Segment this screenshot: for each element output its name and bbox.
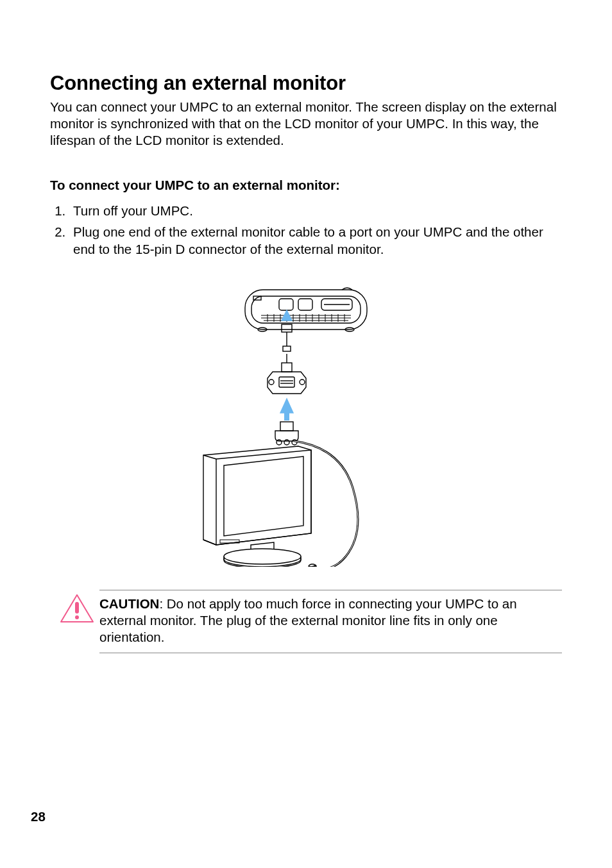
svg-rect-29 [279,377,294,387]
svg-point-39 [276,440,282,445]
caution-block: CAUTION: Do not apply too much force in … [99,590,562,653]
svg-rect-38 [280,422,293,431]
svg-rect-49 [75,602,79,613]
steps-list: Turn off your UMPC. Plug one end of the … [50,202,562,258]
page-number: 28 [31,809,46,824]
connection-diagram [184,285,428,567]
svg-rect-27 [283,346,291,351]
intro-paragraph: You can connect your UMPC to an external… [50,99,562,149]
svg-rect-25 [282,324,292,332]
svg-point-40 [284,440,289,445]
svg-rect-4 [298,299,312,310]
svg-point-47 [224,549,301,564]
svg-rect-3 [279,299,293,310]
svg-point-32 [269,380,274,385]
umpc-device-icon [245,288,367,331]
caution-label: CAUTION [99,596,159,611]
caution-icon [60,594,94,623]
svg-rect-0 [245,290,367,330]
list-item: Plug one end of the external monitor cab… [69,223,562,258]
svg-point-33 [300,380,305,385]
svg-marker-36 [280,399,293,413]
svg-line-43 [203,455,216,459]
page-title: Connecting an external monitor [50,72,562,95]
caution-body: : Do not apply too much force in connect… [99,596,517,644]
svg-rect-37 [284,412,289,421]
list-item: Turn off your UMPC. [69,202,562,219]
caution-text: CAUTION: Do not apply too much force in … [99,596,562,646]
svg-point-50 [75,615,79,619]
svg-rect-34 [282,363,292,372]
document-page: Connecting an external monitor You can c… [0,0,612,868]
arrow-up-icon [280,399,293,421]
cable-icon [294,441,358,567]
external-monitor-icon [203,446,311,567]
umpc-port-icon [282,324,292,351]
vga-plug-top-icon [268,354,306,394]
steps-heading: To connect your UMPC to an external moni… [50,178,562,193]
svg-line-44 [203,540,216,545]
